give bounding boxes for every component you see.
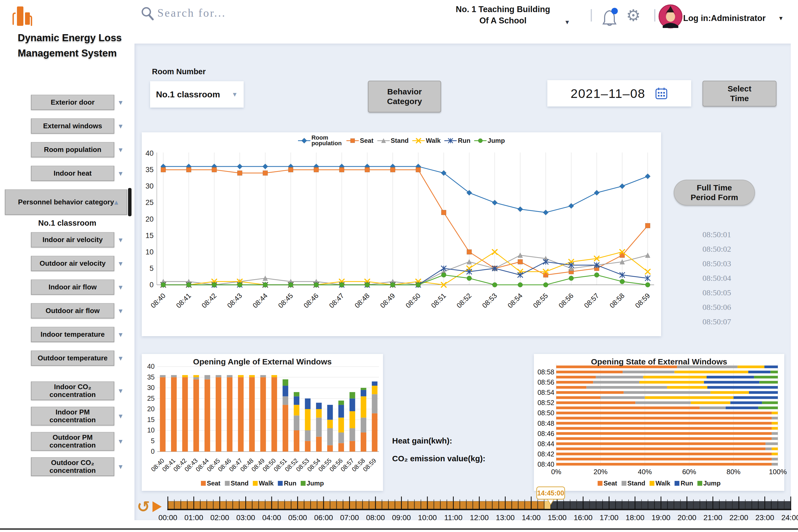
svg-text:08:51: 08:51: [430, 291, 448, 309]
svg-text:03:00: 03:00: [236, 513, 255, 522]
sidebar-item-indoor-air-velocity[interactable]: Indoor air velocity▼: [0, 232, 134, 247]
sidebar-item-exterior-door[interactable]: Exterior door▼: [0, 95, 134, 110]
time-point[interactable]: 08:50:05: [687, 285, 746, 300]
svg-text:08:42: 08:42: [200, 291, 218, 309]
svg-text:19:00: 19:00: [651, 513, 670, 522]
svg-text:08:42: 08:42: [537, 450, 554, 458]
sidebar-item-label[interactable]: Outdoor air flow: [31, 303, 114, 319]
sidebar-item-label[interactable]: Room population: [31, 142, 114, 157]
legend-item-jump: Jump: [474, 137, 505, 145]
sidebar-item-label[interactable]: External windows: [31, 118, 114, 134]
svg-text:08:56: 08:56: [537, 378, 554, 386]
sidebar-item-outdoor-temperature[interactable]: Outdoor temperature▼: [0, 350, 134, 366]
sidebar-item-outdoor-co-concentration[interactable]: Outdoor CO₂ concentration▼: [0, 457, 134, 476]
sidebar-item-label[interactable]: Personnel behavior category: [5, 189, 127, 215]
svg-text:00:00: 00:00: [158, 513, 177, 522]
calendar-icon: [655, 87, 668, 100]
date-value: 2021–11–08: [571, 86, 646, 101]
svg-text:25: 25: [146, 198, 154, 207]
behavior-line-chart: 051015202530354008:4008:4108:4208:4308:4…: [142, 132, 661, 336]
time-point[interactable]: 08:50:03: [687, 256, 746, 271]
building-chevron-down-icon[interactable]: ▼: [564, 19, 570, 26]
select-time-button[interactable]: Select Time: [703, 81, 777, 107]
sidebar-item-indoor-heat[interactable]: Indoor heat▼: [0, 166, 134, 181]
svg-text:18:00: 18:00: [626, 513, 644, 522]
chevron-down-icon: ▼: [117, 331, 124, 338]
svg-text:17:00: 17:00: [600, 513, 618, 522]
legend-item-room-population: Room population: [298, 135, 343, 146]
sidebar-item-label[interactable]: Outdoor CO₂ concentration: [31, 457, 114, 476]
svg-text:15: 15: [146, 232, 154, 240]
sidebar-item-label[interactable]: Outdoor air velocity: [31, 256, 114, 271]
sidebar-item-outdoor-pm-concentration[interactable]: Outdoor PM concentration▼: [0, 432, 134, 451]
login-chevron-down-icon[interactable]: ▼: [778, 15, 784, 21]
sidebar-item-label[interactable]: Indoor PM concentration: [31, 407, 114, 425]
svg-text:08:43: 08:43: [225, 291, 243, 309]
svg-text:08:55: 08:55: [531, 291, 550, 309]
line-chart-legend: Room populationSeatStandWalkRunJump: [142, 135, 661, 146]
svg-text:5: 5: [150, 264, 154, 272]
svg-text:08:52: 08:52: [455, 291, 473, 309]
sidebar-item-indoor-co-concentration[interactable]: Indoor CO₂ concentration▼: [0, 381, 134, 400]
svg-text:08:46: 08:46: [537, 430, 554, 437]
sidebar-item-indoor-pm-concentration[interactable]: Indoor PM concentration▼: [0, 407, 134, 425]
room-number-value: No.1 classroom: [156, 90, 220, 99]
opening-state-chart-panel: Opening State of External Windows 0%20%4…: [534, 354, 784, 491]
notification-bell-icon[interactable]: [601, 7, 619, 27]
sidebar-item-outdoor-air-flow[interactable]: Outdoor air flow▼: [0, 303, 134, 319]
room-number-select[interactable]: No.1 classroom ▼: [150, 81, 244, 108]
building-selector[interactable]: No. 1 Teaching Building Of A School: [448, 4, 558, 26]
svg-text:06:00: 06:00: [314, 513, 333, 522]
time-point[interactable]: 08:50:02: [687, 242, 746, 256]
sidebar-item-room-population[interactable]: Room population▼: [0, 142, 134, 157]
sidebar-scrollbar[interactable]: [128, 188, 132, 216]
sidebar-subitem-no-1-classroom[interactable]: No.1 classroom: [0, 218, 134, 230]
sidebar-item-label[interactable]: Indoor temperature: [31, 327, 114, 342]
svg-text:08:58: 08:58: [608, 291, 626, 309]
time-point[interactable]: 08:50:04: [687, 271, 746, 285]
svg-text:80%: 80%: [726, 468, 740, 476]
svg-text:12:00: 12:00: [470, 513, 489, 522]
svg-text:35: 35: [146, 166, 154, 174]
sidebar-item-label[interactable]: Outdoor temperature: [31, 350, 114, 366]
svg-text:60%: 60%: [682, 468, 696, 476]
opening-angle-chart: 051015202530354008:4008:4108:4208:4308:4…: [142, 354, 383, 491]
playback-timeline[interactable]: ↺00:0001:0002:0003:0004:0005:0006:0007:0…: [136, 484, 798, 525]
behavior-category-button[interactable]: Behavior Category: [368, 81, 441, 112]
sidebar-item-label[interactable]: Indoor air flow: [31, 280, 114, 295]
svg-text:10:00: 10:00: [418, 513, 437, 522]
behavior-line-chart-panel: Room populationSeatStandWalkRunJump 0510…: [142, 132, 661, 336]
chevron-down-icon: ▼: [117, 260, 124, 267]
date-picker[interactable]: 2021–11–08: [547, 80, 691, 107]
svg-text:20%: 20%: [594, 468, 608, 476]
sidebar-item-external-windows[interactable]: External windows▼: [0, 118, 134, 134]
chevron-down-icon: ▼: [117, 122, 124, 130]
sidebar-item-indoor-air-flow[interactable]: Indoor air flow▼: [0, 280, 134, 295]
sidebar-item-label[interactable]: Exterior door: [31, 95, 114, 110]
legend-item-walk: Walk: [412, 137, 440, 145]
time-point[interactable]: 08:50:06: [687, 300, 746, 315]
chevron-down-icon: ▼: [117, 236, 124, 243]
svg-text:20: 20: [147, 405, 155, 413]
right-margin: [791, 43, 798, 520]
sidebar-item-indoor-temperature[interactable]: Indoor temperature▼: [0, 327, 134, 342]
svg-text:0%: 0%: [551, 468, 561, 476]
sidebar-item-label[interactable]: Outdoor PM concentration: [31, 432, 114, 451]
search-input[interactable]: [157, 5, 297, 21]
sidebar-item-label[interactable]: Indoor air velocity: [31, 232, 114, 247]
time-point[interactable]: 08:50:07: [687, 315, 746, 329]
svg-text:05:00: 05:00: [288, 513, 307, 522]
login-label[interactable]: Log in:Administrator: [683, 14, 766, 23]
svg-text:14:45:00: 14:45:00: [537, 489, 564, 497]
svg-text:08:49: 08:49: [378, 291, 396, 309]
sidebar-item-personnel-behavior-category[interactable]: Personnel behavior category▲: [0, 189, 134, 215]
sidebar-item-label[interactable]: Indoor CO₂ concentration: [31, 381, 114, 400]
settings-gear-icon[interactable]: ⚙: [626, 6, 641, 25]
time-point[interactable]: 08:50:01: [687, 227, 746, 242]
sidebar-item-label[interactable]: Indoor heat: [31, 166, 114, 181]
user-avatar[interactable]: [659, 4, 683, 28]
sidebar-item-outdoor-air-velocity[interactable]: Outdoor air velocity▼: [0, 256, 134, 271]
room-number-label: Room Number: [152, 67, 206, 76]
svg-text:15:00: 15:00: [548, 513, 566, 522]
full-time-period-form-button[interactable]: Full Time Period Form: [674, 180, 755, 206]
